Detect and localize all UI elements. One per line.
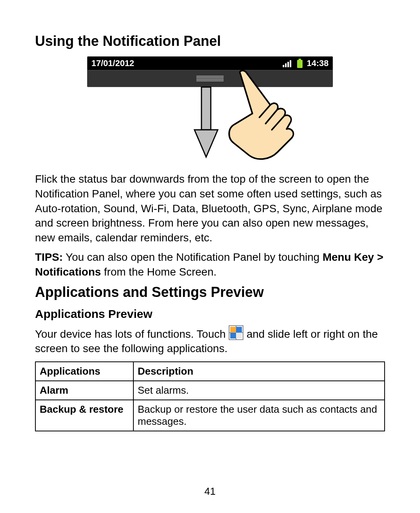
svg-rect-1 — [285, 63, 287, 67]
section-heading-2: Applications and Settings Preview — [35, 284, 385, 300]
battery-icon — [297, 59, 303, 68]
svg-rect-6 — [201, 87, 211, 130]
section-heading: Using the Notification Panel — [35, 33, 385, 49]
paragraph-notification: Flick the status bar downwards from the … — [35, 172, 385, 245]
table-header-description: Description — [133, 362, 385, 381]
svg-marker-7 — [194, 130, 218, 157]
apps-text-a: Your device has lots of functions. Touch — [35, 328, 229, 340]
status-time: 14:38 — [307, 58, 329, 68]
table-row: Alarm Set alarms. — [35, 381, 385, 400]
apps-grid-icon — [229, 325, 243, 340]
arrow-down-icon — [191, 85, 222, 161]
notification-panel-illustration: 17/01/2012 — [35, 56, 385, 165]
table-row: Backup & restore Backup or restore the u… — [35, 400, 385, 431]
signal-icon — [283, 59, 293, 67]
svg-rect-4 — [299, 59, 301, 60]
gesture-area — [88, 87, 332, 165]
subsection-heading: Applications Preview — [35, 307, 385, 321]
paragraph-apps: Your device has lots of functions. Touch… — [35, 325, 385, 356]
status-row: 17/01/2012 — [88, 57, 332, 70]
table-header-row: Applications Description — [35, 362, 385, 381]
status-right: 14:38 — [283, 58, 329, 68]
tips-text-1: You can also open the Notification Panel… — [63, 251, 323, 263]
tips-text-2: from the Home Screen. — [101, 266, 217, 278]
table-cell-desc: Set alarms. — [133, 381, 385, 400]
table-cell-app: Backup & restore — [35, 400, 133, 431]
manual-page: Using the Notification Panel 17/01/2012 — [0, 0, 420, 513]
svg-rect-2 — [287, 62, 289, 67]
table-header-applications: Applications — [35, 362, 133, 381]
table-cell-desc: Backup or restore the user data such as … — [133, 400, 385, 431]
svg-rect-5 — [297, 60, 303, 68]
svg-rect-3 — [290, 60, 291, 67]
hand-icon — [219, 70, 297, 165]
paragraph-tips: TIPS: You can also open the Notification… — [35, 250, 385, 279]
tips-label: TIPS: — [35, 251, 63, 263]
status-date: 17/01/2012 — [91, 58, 134, 68]
applications-table: Applications Description Alarm Set alarm… — [35, 361, 385, 431]
page-number: 41 — [0, 485, 420, 497]
table-cell-app: Alarm — [35, 381, 133, 400]
svg-rect-0 — [283, 65, 284, 67]
